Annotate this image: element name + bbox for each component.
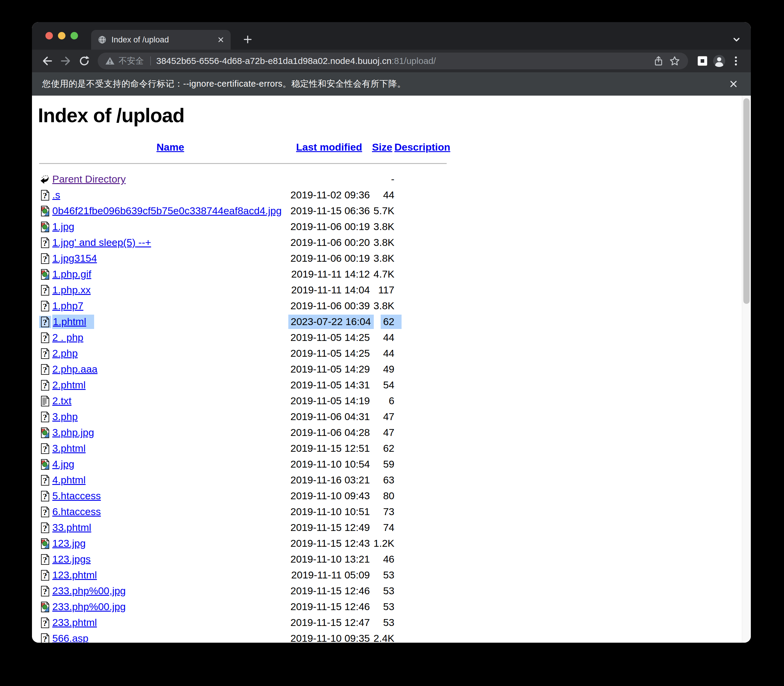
sort-by-size-link[interactable]: Size	[372, 141, 392, 153]
bookmark-star-icon[interactable]	[666, 54, 683, 69]
modified-date: 2019-11-11 14:04	[291, 284, 370, 296]
file-link[interactable]: 233.php%00.jpg	[52, 601, 126, 612]
svg-text:?: ?	[43, 635, 47, 643]
url-text[interactable]: 38452b65-6556-4d68-a72b-e81da1d98a02.nod…	[156, 56, 650, 66]
description-cell	[394, 519, 447, 536]
infobar-close-icon[interactable]	[727, 78, 740, 90]
file-size: 117	[378, 284, 394, 296]
file-link[interactable]: 4.phtml	[52, 474, 86, 485]
file-link[interactable]: 3.php	[52, 411, 78, 422]
description-cell	[394, 187, 447, 203]
modified-date: 2023-07-22 16:04	[288, 315, 374, 329]
table-row: 4.jpg2019-11-10 10:5459	[39, 456, 447, 472]
address-bar[interactable]: 不安全 38452b65-6556-4d68-a72b-e81da1d98a02…	[98, 52, 688, 69]
page-scrollbar-track[interactable]	[742, 96, 751, 643]
file-link[interactable]: 3.phtml	[52, 443, 86, 454]
file-link[interactable]: 1.jpg' and sleep(5) --+	[52, 237, 151, 248]
image-file-icon	[39, 427, 51, 439]
back-icon[interactable]	[38, 52, 57, 69]
tab-overview-chevron-icon[interactable]	[730, 33, 743, 46]
file-size: 1.2K	[374, 537, 394, 549]
share-icon[interactable]	[650, 54, 666, 69]
file-link[interactable]: .s	[52, 189, 60, 201]
minimize-window-button[interactable]	[58, 32, 65, 39]
close-window-button[interactable]	[46, 32, 53, 39]
file-link[interactable]: 1.php.xx	[52, 284, 91, 296]
file-size: 62	[383, 443, 394, 454]
omnibox-divider	[150, 57, 151, 65]
description-cell	[394, 345, 447, 361]
svg-text:?: ?	[43, 255, 47, 263]
sort-by-name-link[interactable]: Name	[157, 141, 185, 153]
file-size: 63	[383, 474, 394, 485]
svg-text:?: ?	[43, 572, 47, 580]
file-link[interactable]: 1.phtml	[53, 316, 87, 327]
unknown-file-icon: ?	[39, 189, 51, 201]
file-link[interactable]: 5.htaccess	[52, 490, 101, 501]
profile-avatar[interactable]	[711, 52, 727, 69]
file-link[interactable]: 123.phtml	[52, 569, 97, 580]
file-link[interactable]: 2.php	[52, 348, 78, 359]
file-link[interactable]: Parent Directory	[52, 173, 126, 185]
description-cell	[394, 298, 447, 314]
file-link[interactable]: 33.phtml	[52, 522, 91, 533]
description-cell	[394, 567, 447, 583]
table-row: 1.jpg2019-11-06 00:193.8K	[39, 219, 447, 235]
warning-triangle-icon[interactable]	[105, 56, 115, 66]
file-link[interactable]: 4.jpg	[52, 458, 74, 470]
file-link[interactable]: 2 . php	[52, 332, 83, 343]
sort-by-description-link[interactable]: Description	[394, 141, 450, 153]
forward-icon[interactable]	[57, 52, 75, 69]
table-row: ?1.jpg' and sleep(5) --+2019-11-06 00:20…	[39, 235, 447, 250]
tab-close-icon[interactable]	[217, 36, 225, 44]
file-link[interactable]: 123.jpg	[52, 537, 86, 549]
file-link[interactable]: 233.phtml	[52, 617, 97, 628]
modified-date: 2019-11-02 09:36	[291, 189, 370, 201]
file-link[interactable]: 3.php.jpg	[52, 427, 94, 438]
page-scrollbar-thumb[interactable]	[743, 98, 750, 304]
file-link[interactable]: 2.php.aaa	[52, 363, 97, 375]
svg-text:?: ?	[43, 508, 47, 516]
file-link[interactable]: 2.txt	[52, 395, 72, 406]
file-link[interactable]: 566.asp	[52, 632, 88, 643]
file-link[interactable]: 6.htaccess	[52, 506, 101, 517]
file-link[interactable]: 1.jpg3154	[52, 253, 97, 264]
new-tab-button[interactable]	[241, 33, 254, 46]
modified-date: 2019-11-06 00:19	[291, 221, 370, 232]
reload-icon[interactable]	[75, 52, 93, 69]
table-row: ?1.php72019-11-06 00:393.8K	[39, 298, 447, 314]
description-cell	[394, 599, 447, 614]
file-size: 47	[383, 411, 394, 422]
unknown-file-icon: ?	[39, 316, 51, 328]
modified-date: 2019-11-10 10:51	[291, 506, 370, 517]
file-size: 59	[383, 458, 394, 470]
modified-date: 2019-11-05 14:31	[291, 379, 370, 390]
description-cell	[394, 472, 447, 488]
security-chip-label[interactable]: 不安全	[119, 55, 144, 67]
menu-kebab-icon[interactable]	[727, 52, 744, 69]
modified-date: 2019-11-15 12:47	[291, 617, 370, 628]
sort-by-modified-link[interactable]: Last modified	[296, 141, 362, 153]
file-link[interactable]: 1.jpg	[52, 221, 74, 232]
parent-directory-icon	[39, 173, 52, 186]
table-row: 3.php.jpg2019-11-06 04:2847	[39, 425, 447, 440]
svg-text:?: ?	[43, 286, 47, 295]
description-cell	[394, 393, 447, 409]
file-link[interactable]: 0b46f21fbe096b639cf5b75e0c338744eaf8acd4…	[52, 205, 282, 216]
file-link[interactable]: 1.php.gif	[52, 268, 91, 280]
file-link[interactable]: 2.phtml	[52, 379, 86, 390]
side-panel-square-icon[interactable]	[694, 52, 711, 69]
table-row: ?6.htaccess2019-11-10 10:5173	[39, 504, 447, 519]
description-cell	[394, 266, 447, 282]
file-link[interactable]: 123.jpgs	[52, 553, 91, 565]
unknown-file-icon: ?	[39, 490, 51, 502]
browser-tab[interactable]: Index of /upload	[91, 30, 231, 50]
table-row: ?33.phtml2019-11-15 12:4974	[39, 519, 447, 536]
file-link[interactable]: 1.php7	[52, 300, 83, 311]
file-link[interactable]: 233.php%00,jpg	[52, 585, 126, 596]
unknown-file-icon: ?	[39, 474, 51, 487]
fullscreen-window-button[interactable]	[70, 32, 78, 39]
modified-date: 2019-11-05 14:29	[291, 363, 370, 375]
unknown-file-icon: ?	[39, 506, 51, 518]
unknown-file-icon: ?	[39, 553, 51, 565]
